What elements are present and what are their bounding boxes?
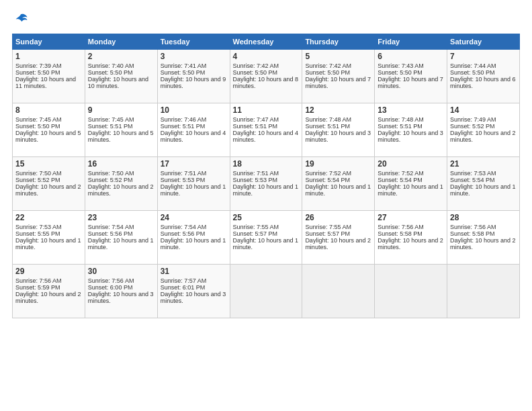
daylight-text: Daylight: 10 hours and 3 minutes. bbox=[378, 130, 443, 143]
daylight-text: Daylight: 10 hours and 1 minute. bbox=[161, 237, 226, 250]
daylight-text: Daylight: 10 hours and 7 minutes. bbox=[378, 76, 443, 89]
day-number: 31 bbox=[161, 267, 227, 276]
daylight-text: Daylight: 10 hours and 10 minutes. bbox=[88, 76, 148, 89]
sunrise-text: Sunrise: 7:53 AM bbox=[15, 224, 62, 230]
daylight-text: Daylight: 10 hours and 1 minute. bbox=[161, 183, 226, 197]
calendar-cell: 27 Sunrise: 7:56 AM Sunset: 5:58 PM Dayl… bbox=[375, 211, 447, 265]
col-header-tuesday: Tuesday bbox=[157, 34, 230, 50]
daylight-text: Daylight: 10 hours and 3 minutes. bbox=[305, 130, 371, 143]
sunrise-text: Sunrise: 7:55 AM bbox=[305, 224, 351, 230]
calendar-cell: 31 Sunrise: 7:57 AM Sunset: 6:01 PM Dayl… bbox=[157, 265, 230, 318]
daylight-text: Daylight: 10 hours and 2 minutes. bbox=[15, 291, 81, 304]
sunrise-text: Sunrise: 7:39 AM bbox=[15, 62, 62, 69]
sunset-text: Sunset: 5:57 PM bbox=[305, 230, 350, 237]
calendar-cell bbox=[230, 265, 302, 318]
daylight-text: Daylight: 10 hours and 1 minute. bbox=[233, 237, 299, 250]
sunrise-text: Sunrise: 7:40 AM bbox=[88, 62, 134, 69]
week-row-5: 29 Sunrise: 7:56 AM Sunset: 5:59 PM Dayl… bbox=[13, 265, 520, 318]
sunset-text: Sunset: 5:52 PM bbox=[88, 177, 133, 183]
day-number: 16 bbox=[88, 159, 154, 169]
calendar-cell: 26 Sunrise: 7:55 AM Sunset: 5:57 PM Dayl… bbox=[302, 211, 375, 265]
calendar-cell: 21 Sunrise: 7:53 AM Sunset: 5:54 PM Dayl… bbox=[447, 157, 520, 211]
sunset-text: Sunset: 5:51 PM bbox=[378, 123, 423, 130]
day-number: 30 bbox=[88, 267, 154, 276]
calendar-cell: 12 Sunrise: 7:48 AM Sunset: 5:51 PM Dayl… bbox=[302, 103, 375, 157]
sunrise-text: Sunrise: 7:55 AM bbox=[233, 224, 279, 230]
calendar-cell: 14 Sunrise: 7:49 AM Sunset: 5:52 PM Dayl… bbox=[447, 103, 520, 157]
calendar-cell: 7 Sunrise: 7:44 AM Sunset: 5:50 PM Dayli… bbox=[447, 50, 520, 103]
calendar-table: SundayMondayTuesdayWednesdayThursdayFrid… bbox=[12, 34, 520, 318]
sunset-text: Sunset: 5:50 PM bbox=[450, 69, 495, 76]
calendar-cell: 11 Sunrise: 7:47 AM Sunset: 5:51 PM Dayl… bbox=[230, 103, 302, 157]
sunset-text: Sunset: 5:50 PM bbox=[305, 69, 350, 76]
day-number: 11 bbox=[233, 105, 300, 115]
daylight-text: Daylight: 10 hours and 1 minute. bbox=[378, 183, 443, 197]
calendar-cell: 22 Sunrise: 7:53 AM Sunset: 5:55 PM Dayl… bbox=[13, 211, 85, 265]
sunset-text: Sunset: 5:56 PM bbox=[88, 230, 133, 237]
calendar-cell: 2 Sunrise: 7:40 AM Sunset: 5:50 PM Dayli… bbox=[85, 50, 157, 103]
calendar-cell: 9 Sunrise: 7:45 AM Sunset: 5:51 PM Dayli… bbox=[85, 103, 157, 157]
logo bbox=[12, 12, 28, 27]
sunset-text: Sunset: 5:56 PM bbox=[161, 230, 206, 237]
sunrise-text: Sunrise: 7:45 AM bbox=[88, 116, 134, 123]
sunrise-text: Sunrise: 7:54 AM bbox=[88, 224, 134, 230]
sunrise-text: Sunrise: 7:54 AM bbox=[161, 224, 207, 230]
calendar-cell: 4 Sunrise: 7:42 AM Sunset: 5:50 PM Dayli… bbox=[230, 50, 302, 103]
daylight-text: Daylight: 10 hours and 2 minutes. bbox=[305, 237, 371, 250]
day-number: 24 bbox=[161, 213, 227, 222]
sunset-text: Sunset: 5:53 PM bbox=[233, 177, 278, 183]
day-number: 28 bbox=[450, 213, 517, 222]
sunrise-text: Sunrise: 7:56 AM bbox=[378, 224, 424, 230]
col-header-monday: Monday bbox=[85, 34, 157, 50]
sunrise-text: Sunrise: 7:41 AM bbox=[161, 62, 207, 69]
sunset-text: Sunset: 5:50 PM bbox=[161, 69, 206, 76]
sunset-text: Sunset: 5:54 PM bbox=[378, 177, 423, 183]
week-row-4: 22 Sunrise: 7:53 AM Sunset: 5:55 PM Dayl… bbox=[13, 211, 520, 265]
week-row-3: 15 Sunrise: 7:50 AM Sunset: 5:52 PM Dayl… bbox=[13, 157, 520, 211]
col-header-sunday: Sunday bbox=[13, 34, 85, 50]
calendar-cell: 18 Sunrise: 7:51 AM Sunset: 5:53 PM Dayl… bbox=[230, 157, 302, 211]
sunset-text: Sunset: 5:57 PM bbox=[233, 230, 278, 237]
sunrise-text: Sunrise: 7:46 AM bbox=[161, 116, 207, 123]
sunset-text: Sunset: 6:00 PM bbox=[88, 284, 133, 291]
day-number: 22 bbox=[15, 213, 82, 222]
day-number: 1 bbox=[15, 52, 82, 61]
sunrise-text: Sunrise: 7:53 AM bbox=[450, 170, 496, 177]
logo-bird-icon bbox=[13, 12, 28, 27]
day-number: 9 bbox=[88, 105, 154, 115]
daylight-text: Daylight: 10 hours and 2 minutes. bbox=[378, 237, 443, 250]
sunset-text: Sunset: 5:51 PM bbox=[88, 123, 133, 130]
sunrise-text: Sunrise: 7:52 AM bbox=[305, 170, 351, 177]
day-number: 19 bbox=[305, 159, 371, 169]
calendar-cell: 29 Sunrise: 7:56 AM Sunset: 5:59 PM Dayl… bbox=[13, 265, 85, 318]
daylight-text: Daylight: 10 hours and 1 minute. bbox=[15, 237, 81, 250]
daylight-text: Daylight: 10 hours and 9 minutes. bbox=[161, 76, 226, 89]
sunrise-text: Sunrise: 7:51 AM bbox=[233, 170, 279, 177]
daylight-text: Daylight: 10 hours and 11 minutes. bbox=[15, 76, 76, 89]
sunrise-text: Sunrise: 7:45 AM bbox=[15, 116, 62, 123]
calendar-cell: 5 Sunrise: 7:42 AM Sunset: 5:50 PM Dayli… bbox=[302, 50, 375, 103]
daylight-text: Daylight: 10 hours and 2 minutes. bbox=[450, 130, 516, 143]
day-number: 13 bbox=[378, 105, 444, 115]
sunrise-text: Sunrise: 7:43 AM bbox=[378, 62, 424, 69]
calendar-cell: 16 Sunrise: 7:50 AM Sunset: 5:52 PM Dayl… bbox=[85, 157, 157, 211]
day-number: 5 bbox=[305, 52, 371, 61]
sunset-text: Sunset: 5:59 PM bbox=[15, 284, 60, 291]
sunrise-text: Sunrise: 7:50 AM bbox=[88, 170, 134, 177]
daylight-text: Daylight: 10 hours and 2 minutes. bbox=[15, 183, 81, 197]
daylight-text: Daylight: 10 hours and 4 minutes. bbox=[161, 130, 226, 143]
sunset-text: Sunset: 5:52 PM bbox=[15, 177, 60, 183]
sunrise-text: Sunrise: 7:42 AM bbox=[305, 62, 351, 69]
calendar-cell: 15 Sunrise: 7:50 AM Sunset: 5:52 PM Dayl… bbox=[13, 157, 85, 211]
sunset-text: Sunset: 5:50 PM bbox=[88, 69, 133, 76]
sunrise-text: Sunrise: 7:51 AM bbox=[161, 170, 207, 177]
sunset-text: Sunset: 5:54 PM bbox=[450, 177, 495, 183]
sunrise-text: Sunrise: 7:57 AM bbox=[161, 277, 207, 284]
day-number: 26 bbox=[305, 213, 371, 222]
calendar-cell: 23 Sunrise: 7:54 AM Sunset: 5:56 PM Dayl… bbox=[85, 211, 157, 265]
sunset-text: Sunset: 5:58 PM bbox=[378, 230, 423, 237]
sunset-text: Sunset: 6:01 PM bbox=[161, 284, 206, 291]
sunset-text: Sunset: 5:55 PM bbox=[15, 230, 60, 237]
calendar-cell bbox=[447, 265, 520, 318]
sunrise-text: Sunrise: 7:52 AM bbox=[378, 170, 424, 177]
